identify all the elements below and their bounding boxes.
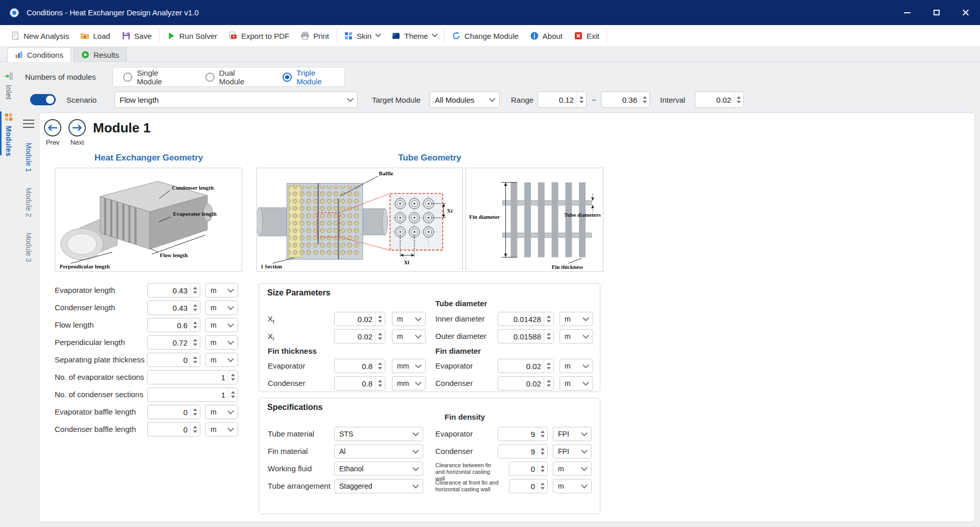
spinner[interactable] [538, 427, 547, 441]
tube-diameters-label: Tube diameters [564, 212, 601, 218]
about-icon [530, 31, 539, 40]
save-button[interactable]: Save [116, 25, 157, 47]
heat-exchanger-image: Condenser length Evaporator length Flow … [55, 168, 242, 272]
spinner[interactable] [228, 371, 238, 384]
spinner[interactable] [538, 462, 547, 475]
spinner[interactable] [375, 312, 385, 326]
tube-arrangement-select[interactable]: Staggered [334, 479, 423, 493]
tab-conditions[interactable]: Conditions [7, 47, 71, 62]
inner-diameter-unit-select[interactable]: m [559, 312, 593, 326]
spinner[interactable] [190, 405, 200, 419]
perpendicular-length-unit-select[interactable]: m [205, 335, 238, 350]
sidebar-item-inlet[interactable]: Inlet [0, 70, 17, 100]
perpendicular-length-field [147, 335, 200, 350]
spinner[interactable] [640, 92, 649, 107]
chevron-down-icon [432, 32, 437, 37]
spinner[interactable] [190, 423, 200, 436]
fin-diameter-condenser-unit-select[interactable]: m [559, 376, 593, 391]
spinner[interactable] [190, 336, 200, 349]
evaporator-baffle-length-unit-select[interactable]: m [205, 405, 238, 419]
spinner[interactable] [538, 479, 547, 493]
condenser-baffle-length-unit-select[interactable]: m [205, 422, 238, 437]
tube-material-select[interactable]: STS [334, 427, 423, 441]
fin-thickness-condenser-unit-select[interactable]: mm [392, 376, 426, 391]
xt-field [334, 312, 385, 326]
export-pdf-button[interactable]: Export to PDF [223, 25, 295, 47]
about-button[interactable]: About [524, 25, 568, 47]
exit-button[interactable]: Exit [568, 25, 605, 47]
condenser-sections-input[interactable] [147, 387, 238, 402]
spinner[interactable] [544, 359, 553, 373]
target-module-select[interactable]: All Modules [430, 91, 500, 108]
fin-density-evaporator-unit-select[interactable]: FPI [553, 427, 592, 441]
flow-length-unit-select[interactable]: m [205, 318, 238, 332]
skin-label: Skin [357, 32, 371, 40]
range-separator: ~ [592, 91, 596, 108]
condenser-length-unit-select[interactable]: m [205, 301, 238, 315]
minimize-button[interactable] [893, 0, 922, 25]
xl-label: Xl [404, 259, 409, 265]
module-tab-3[interactable]: Module 3 [21, 233, 36, 271]
load-button[interactable]: Load [75, 25, 115, 47]
evaporator-length-unit-select[interactable]: m [205, 283, 238, 297]
evaporator-baffle-length-label: Evaporator baffle length [55, 405, 136, 419]
spinner[interactable] [544, 330, 553, 343]
spinner[interactable] [190, 353, 200, 366]
xt-label: Xt [447, 208, 453, 214]
specifications-group: Specifications Fin density Tube material… [259, 398, 600, 514]
spinner[interactable] [190, 318, 200, 332]
maximize-button[interactable] [922, 0, 951, 25]
theme-menu-button[interactable]: Theme [386, 25, 442, 47]
clearance-front-unit-select[interactable]: m [553, 479, 592, 493]
module-tab-2[interactable]: Module 2 [21, 188, 36, 226]
next-module-button[interactable] [68, 119, 86, 136]
print-button[interactable]: Print [295, 25, 335, 47]
radio-triple-module[interactable]: Triple Module [283, 68, 334, 86]
spinner[interactable] [538, 445, 547, 458]
spinner[interactable] [375, 359, 385, 373]
spinner[interactable] [734, 92, 743, 107]
clearance-between-unit-select[interactable]: m [553, 462, 592, 476]
fin-material-select[interactable]: Al [334, 444, 423, 459]
spinner[interactable] [190, 284, 200, 297]
spinner[interactable] [190, 301, 200, 314]
run-solver-button[interactable]: Run Solver [161, 25, 223, 47]
module-tab-1[interactable]: Module 1 [21, 143, 36, 181]
inlet-tab-label: Inlet [5, 85, 13, 100]
prev-module-button[interactable] [44, 119, 61, 136]
spinner[interactable] [544, 312, 553, 326]
xt-unit-select[interactable]: m [392, 312, 426, 326]
fin-diameter-evaporator-unit-select[interactable]: m [559, 359, 593, 373]
spinner[interactable] [375, 330, 385, 343]
spinner[interactable] [375, 377, 385, 390]
fin-density-condenser-unit-select[interactable]: FPI [553, 444, 592, 459]
radio-single-module[interactable]: Single Module [123, 68, 177, 86]
scenario-toggle[interactable] [30, 94, 56, 105]
xl-unit-select[interactable]: m [392, 329, 426, 343]
radio-dual-module[interactable]: Dual Module [205, 68, 254, 86]
tab-results[interactable]: Results [74, 48, 127, 61]
new-analysis-button[interactable]: New Analysis [5, 25, 75, 47]
separating-plate-thickness-unit-select[interactable]: m [205, 353, 238, 367]
change-module-button[interactable]: Change Module [446, 25, 524, 47]
scenario-select[interactable]: Flow length [114, 91, 358, 108]
fin-thickness-evaporator-unit-select[interactable]: mm [392, 359, 426, 373]
working-fluid-select[interactable]: Ethanol [334, 462, 423, 476]
fin-thickness-evaporator-field [334, 359, 385, 373]
about-label: About [543, 32, 563, 40]
outer-diameter-unit-select[interactable]: m [559, 329, 593, 343]
skin-menu-button[interactable]: Skin [338, 25, 386, 47]
spinner[interactable] [576, 92, 586, 107]
condenser-length-label: Condenser length [172, 185, 214, 191]
inner-diameter-label: Inner diameter [435, 312, 485, 326]
fin-diameter-evaporator-label: Evaporator [435, 359, 473, 373]
tube-geometry-heading: Tube Geometry [398, 153, 461, 163]
close-button[interactable] [951, 0, 980, 25]
spinner[interactable] [544, 377, 553, 390]
clearance-front-field [509, 479, 548, 493]
evaporator-sections-input[interactable] [147, 370, 238, 384]
evaporator-sections-label: No. of evaporator sections [55, 370, 144, 384]
menu-hamburger-button[interactable] [23, 120, 34, 130]
sidebar-item-modules[interactable]: Modules [0, 110, 17, 156]
spinner[interactable] [228, 388, 238, 401]
